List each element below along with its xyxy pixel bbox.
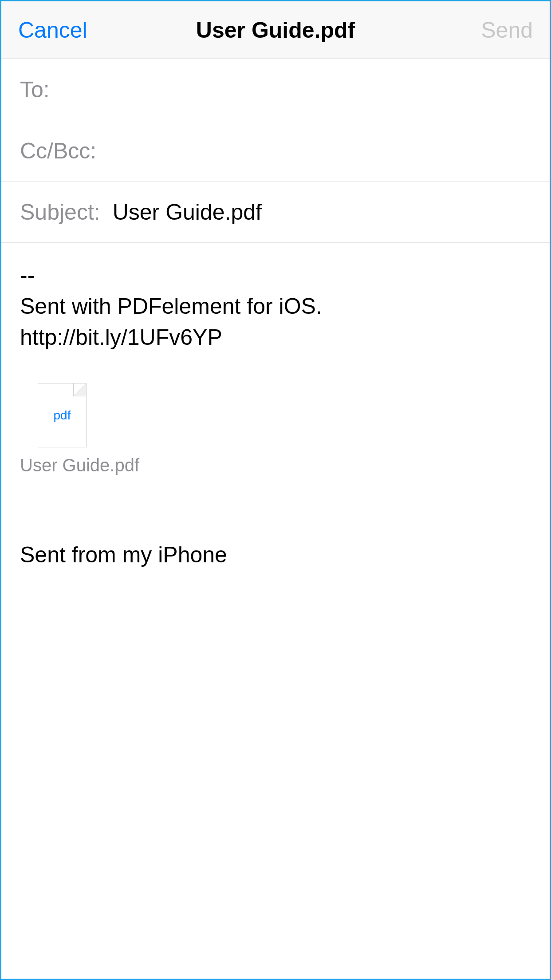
send-button[interactable]: Send xyxy=(481,17,533,43)
compose-form: To: Cc/Bcc: Subject: User Guide.pdf -- S… xyxy=(1,59,550,585)
cancel-button[interactable]: Cancel xyxy=(18,17,87,43)
signature-text: Sent from my iPhone xyxy=(20,542,227,567)
pdf-file-icon: pdf xyxy=(38,383,87,447)
to-input[interactable] xyxy=(58,77,531,103)
attachment-item[interactable]: pdf xyxy=(20,383,87,447)
email-body[interactable]: -- Sent with PDFelement for iOS. http://… xyxy=(1,243,550,370)
to-field-row[interactable]: To: xyxy=(1,59,550,120)
file-type-label: pdf xyxy=(54,408,71,423)
to-label: To: xyxy=(20,77,50,103)
ccbcc-label: Cc/Bcc: xyxy=(20,138,96,164)
body-text[interactable]: -- Sent with PDFelement for iOS. http://… xyxy=(20,260,531,353)
attachment-container: pdf User Guide.pdf xyxy=(1,370,550,484)
subject-value[interactable]: User Guide.pdf xyxy=(113,199,262,225)
email-signature[interactable]: Sent from my iPhone xyxy=(1,484,550,585)
subject-field-row[interactable]: Subject: User Guide.pdf xyxy=(1,182,550,243)
ccbcc-field-row[interactable]: Cc/Bcc: xyxy=(1,120,550,182)
page-title: User Guide.pdf xyxy=(196,17,355,43)
attachment-filename: User Guide.pdf xyxy=(20,455,531,475)
navigation-bar: Cancel User Guide.pdf Send xyxy=(1,1,550,59)
ccbcc-input[interactable] xyxy=(104,138,531,164)
subject-label: Subject: xyxy=(20,199,100,225)
